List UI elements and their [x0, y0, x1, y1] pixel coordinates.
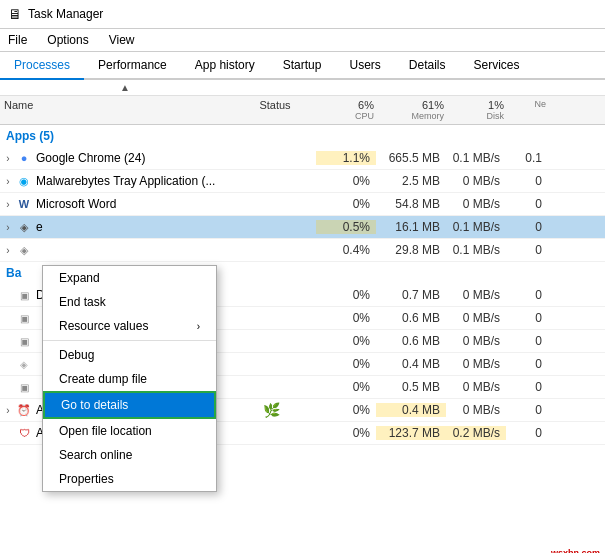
alarm-icon: ⏰	[16, 402, 32, 418]
bg-icon-0: ▣	[16, 287, 32, 303]
context-menu-search-online[interactable]: Search online	[43, 443, 216, 467]
word-icon: W	[16, 196, 32, 212]
mem-val: 123.7 MB	[376, 426, 446, 440]
disk-val: 0 MB/s	[446, 288, 506, 302]
disk-val: 0.1 MB/s	[446, 243, 506, 257]
leaf-icon: 🌿	[263, 402, 280, 418]
tab-startup[interactable]: Startup	[269, 52, 336, 80]
process-name: Google Chrome (24)	[36, 151, 226, 165]
context-menu-end-task[interactable]: End task	[43, 290, 216, 314]
menu-file[interactable]: File	[4, 31, 31, 49]
context-menu-separator	[43, 340, 216, 341]
mem-val: 0.4 MB	[376, 403, 446, 417]
bg-icon-1: ▣	[16, 310, 32, 326]
net-val: 0	[506, 380, 546, 394]
net-val: 0	[506, 220, 546, 234]
chrome-icon: ●	[16, 150, 32, 166]
context-menu-resource-values[interactable]: Resource values ›	[43, 314, 216, 338]
generic-icon: ◈	[16, 219, 32, 235]
menu-options[interactable]: Options	[43, 31, 92, 49]
bg-icon-2: ▣	[16, 333, 32, 349]
expand-icon[interactable]: ›	[0, 222, 16, 233]
table-row[interactable]: › ◈ e 0.5% 16.1 MB 0.1 MB/s 0	[0, 216, 605, 239]
cpu-val: 0%	[316, 288, 376, 302]
disk-val: 0 MB/s	[446, 311, 506, 325]
malware-icon: ◉	[16, 173, 32, 189]
antimalware-icon: 🛡	[16, 425, 32, 441]
mem-val: 2.5 MB	[376, 174, 446, 188]
menu-bar: File Options View	[0, 29, 605, 52]
process-name: Malwarebytes Tray Application (...	[36, 174, 226, 188]
context-menu: Expand End task Resource values › Debug …	[42, 265, 217, 492]
cpu-val: 1.1%	[316, 151, 376, 165]
cpu-val: 0%	[316, 403, 376, 417]
net-val: 0	[506, 197, 546, 211]
title-bar-icon: 🖥	[8, 6, 22, 22]
cpu-val: 0%	[316, 380, 376, 394]
disk-val: 0.1 MB/s	[446, 220, 506, 234]
mem-val: 665.5 MB	[376, 151, 446, 165]
col-disk-header[interactable]: 1% Disk	[450, 99, 510, 121]
col-status-header[interactable]: Status	[230, 99, 320, 121]
main-content: ▲ Name Status 6% CPU 61% Memory 1% Disk …	[0, 80, 605, 553]
tab-users[interactable]: Users	[335, 52, 394, 80]
expand-icon[interactable]: ›	[0, 405, 16, 416]
table-row[interactable]: › ● Google Chrome (24) 1.1% 665.5 MB 0.1…	[0, 147, 605, 170]
net-val: 0	[506, 426, 546, 440]
net-val: 0	[506, 403, 546, 417]
tab-services[interactable]: Services	[460, 52, 534, 80]
context-menu-expand[interactable]: Expand	[43, 266, 216, 290]
cpu-val: 0.5%	[316, 220, 376, 234]
tab-bar: Processes Performance App history Startu…	[0, 52, 605, 80]
tab-app-history[interactable]: App history	[181, 52, 269, 80]
expand-icon[interactable]: ›	[0, 176, 16, 187]
expand-icon[interactable]: ›	[0, 153, 16, 164]
generic-icon2: ◈	[16, 242, 32, 258]
table-row[interactable]: › W Microsoft Word 0% 54.8 MB 0 MB/s 0	[0, 193, 605, 216]
column-headers: Name Status 6% CPU 61% Memory 1% Disk Ne	[0, 96, 605, 125]
cpu-val: 0%	[316, 311, 376, 325]
cpu-val: 0%	[316, 197, 376, 211]
mem-val: 54.8 MB	[376, 197, 446, 211]
table-row[interactable]: › ◉ Malwarebytes Tray Application (... 0…	[0, 170, 605, 193]
context-menu-properties[interactable]: Properties	[43, 467, 216, 491]
context-menu-open-file-location[interactable]: Open file location	[43, 419, 216, 443]
net-val: 0	[506, 311, 546, 325]
mem-val: 0.5 MB	[376, 380, 446, 394]
process-name: Microsoft Word	[36, 197, 226, 211]
disk-val: 0 MB/s	[446, 334, 506, 348]
mem-val: 0.6 MB	[376, 334, 446, 348]
mem-val: 0.6 MB	[376, 311, 446, 325]
expand-icon[interactable]: ›	[0, 199, 16, 210]
tab-details[interactable]: Details	[395, 52, 460, 80]
process-name: e	[36, 220, 226, 234]
apps-section-header: Apps (5)	[0, 125, 605, 147]
col-name-header[interactable]: Name	[0, 99, 230, 121]
net-val: 0	[506, 288, 546, 302]
mem-val: 0.7 MB	[376, 288, 446, 302]
context-menu-create-dump[interactable]: Create dump file	[43, 367, 216, 391]
cpu-val: 0.4%	[316, 243, 376, 257]
disk-val: 0 MB/s	[446, 174, 506, 188]
mem-val: 29.8 MB	[376, 243, 446, 257]
col-memory-header[interactable]: 61% Memory	[380, 99, 450, 121]
tab-processes[interactable]: Processes	[0, 52, 84, 80]
tab-performance[interactable]: Performance	[84, 52, 181, 80]
mem-val: 16.1 MB	[376, 220, 446, 234]
expand-icon[interactable]: ›	[0, 245, 16, 256]
col-net-header[interactable]: Ne	[510, 99, 550, 121]
net-val: 0	[506, 357, 546, 371]
disk-val: 0 MB/s	[446, 403, 506, 417]
disk-val: 0.1 MB/s	[446, 151, 506, 165]
disk-val: 0 MB/s	[446, 380, 506, 394]
context-menu-debug[interactable]: Debug	[43, 343, 216, 367]
menu-view[interactable]: View	[105, 31, 139, 49]
disk-val: 0.2 MB/s	[446, 426, 506, 440]
net-val: 0.1	[506, 151, 546, 165]
disk-val: 0 MB/s	[446, 357, 506, 371]
cpu-val: 0%	[316, 334, 376, 348]
mem-val: 0.4 MB	[376, 357, 446, 371]
context-menu-go-to-details[interactable]: Go to details	[43, 391, 216, 419]
col-cpu-header[interactable]: 6% CPU	[320, 99, 380, 121]
table-row[interactable]: › ◈ 0.4% 29.8 MB 0.1 MB/s 0	[0, 239, 605, 262]
